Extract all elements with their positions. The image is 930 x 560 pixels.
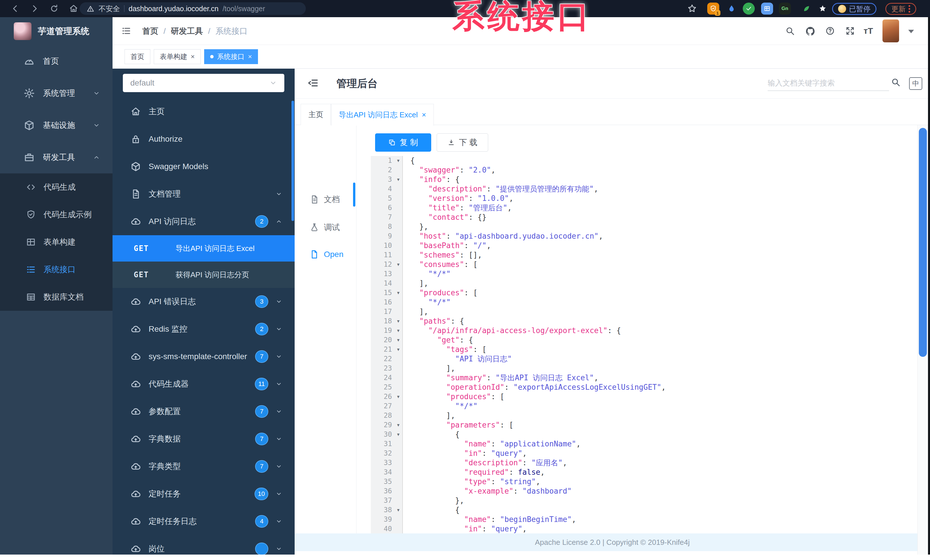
update-browser-button[interactable]: 更新 (885, 3, 916, 15)
code-line: 23▾ ], (371, 364, 918, 373)
code-editor[interactable]: 1▾{2▾ "swagger": "2.0",3▾ "info": {4▾ "d… (371, 156, 918, 533)
tag-系统接口[interactable]: 系统接口× (204, 49, 258, 64)
swagger-item-字典数据[interactable]: 字典数据7 (112, 425, 295, 453)
star-extension-icon[interactable] (817, 3, 828, 15)
font-size-icon[interactable]: ᴛT (864, 26, 873, 36)
swagger-scrollbar-thumb[interactable] (291, 101, 294, 221)
fullscreen-icon[interactable] (845, 26, 855, 36)
browser-menu-icon[interactable] (908, 5, 910, 12)
line-number: 24 (371, 373, 394, 383)
puzzle-extension-icon[interactable] (761, 3, 773, 15)
gutter-cell: 17▾ (371, 307, 403, 316)
paused-extension-button[interactable]: 已暂停 (832, 3, 876, 15)
leaf-extension-icon[interactable] (801, 3, 813, 15)
drop-extension-icon[interactable] (725, 3, 738, 15)
browser-reload-icon[interactable] (49, 4, 59, 14)
github-icon[interactable] (805, 26, 816, 36)
count-badge (255, 543, 268, 555)
doc-nav-调试[interactable]: 调试 (295, 219, 356, 236)
sidebar-item-代码生成示例[interactable]: 代码生成示例 (0, 201, 112, 229)
sidebar-item-数据库文档[interactable]: 数据库文档 (0, 283, 112, 311)
swagger-item-定时任务日志[interactable]: 定时任务日志4 (112, 508, 295, 535)
doc-tab-主页[interactable]: 主页 (301, 104, 331, 125)
swagger-item-参数配置[interactable]: 参数配置7 (112, 398, 295, 425)
language-toggle[interactable]: 中 (909, 77, 922, 90)
browser-forward-icon[interactable] (30, 4, 40, 14)
browser-home-icon[interactable] (69, 4, 79, 14)
browser-back-icon[interactable] (10, 4, 20, 14)
swagger-item-API 访问日志[interactable]: API 访问日志2 (112, 208, 295, 235)
swagger-item-Swagger Models[interactable]: Swagger Models (112, 153, 295, 180)
update-label: 更新 (892, 4, 906, 14)
code-text: "title": "管理后台", (403, 203, 512, 213)
fold-caret-icon[interactable]: ▾ (394, 345, 402, 354)
sidebar-item-系统接口[interactable]: 系统接口 (0, 256, 112, 283)
line-number: 14 (371, 279, 394, 288)
fold-caret-icon[interactable]: ▾ (394, 316, 402, 326)
fold-caret-icon[interactable]: ▾ (394, 392, 402, 402)
menu-fold-icon[interactable] (307, 77, 319, 89)
code-text: "description": "应用名", (403, 458, 567, 468)
doc-nav-文档[interactable]: 文档 (295, 192, 356, 207)
cloud-icon (130, 324, 141, 334)
search-icon[interactable] (891, 77, 901, 87)
swagger-item-主页[interactable]: 主页 (112, 98, 295, 125)
sidebar-item-表单构建[interactable]: 表单构建 (0, 229, 112, 256)
tag-表单构建[interactable]: 表单构建× (154, 49, 201, 64)
swagger-item-文档管理[interactable]: 文档管理 (112, 180, 295, 208)
fold-caret-icon[interactable]: ▾ (394, 430, 402, 439)
help-icon[interactable] (825, 26, 835, 36)
swagger-item-sys-sms-template-controller[interactable]: sys-sms-template-controller7 (112, 343, 295, 370)
close-icon[interactable]: × (191, 53, 195, 60)
download-button[interactable]: 下 载 (437, 133, 488, 152)
doc-tab-导出API 访问日志 Excel[interactable]: 导出API 访问日志 Excel× (331, 104, 434, 126)
doc-search-input[interactable] (768, 75, 889, 91)
swagger-item-Redis 监控[interactable]: Redis 监控2 (112, 315, 295, 343)
sidebar-item-研发工具[interactable]: 研发工具 (0, 141, 112, 173)
code-line: 21▾ "tags": [ (371, 345, 918, 354)
tag-首页[interactable]: 首页 (125, 49, 150, 64)
window-right-edge (928, 17, 930, 560)
user-avatar[interactable] (882, 20, 899, 42)
close-icon[interactable]: × (422, 110, 426, 119)
chevron-down-icon (276, 408, 282, 415)
sidebar-item-代码生成[interactable]: 代码生成 (0, 173, 112, 201)
fold-caret-icon[interactable]: ▾ (394, 505, 402, 515)
gutter-cell: 21▾ (371, 345, 403, 354)
sidebar-item-首页[interactable]: 首页 (0, 45, 112, 77)
close-icon[interactable]: × (248, 53, 252, 60)
fold-caret-icon[interactable]: ▾ (394, 288, 402, 298)
swagger-item-定时任务[interactable]: 定时任务10 (112, 480, 295, 508)
swagger-item-字典类型[interactable]: 字典类型7 (112, 453, 295, 480)
swagger-item-代码生成器[interactable]: 代码生成器11 (112, 370, 295, 398)
fold-caret-icon[interactable]: ▾ (394, 156, 402, 166)
breadcrumb-研发工具[interactable]: 研发工具 (171, 26, 203, 37)
operation-获得API 访问日志分页[interactable]: GET获得API 访问日志分页 (112, 262, 295, 288)
swagger-item-API 错误日志[interactable]: API 错误日志3 (112, 288, 295, 315)
browser-toolbar: 不安全 dashboard.yudao.iocoder.cn /tool/swa… (0, 0, 930, 17)
gn-extension-icon[interactable]: Gn (779, 3, 791, 15)
fold-caret-icon[interactable]: ▾ (394, 420, 402, 430)
swagger-item-岗位[interactable]: 岗位 (112, 535, 295, 555)
operation-导出API 访问日志 Excel[interactable]: GET导出API 访问日志 Excel (112, 235, 295, 262)
check-extension-icon[interactable] (743, 3, 755, 15)
hamburger-icon[interactable] (121, 26, 131, 36)
fold-caret-icon[interactable]: ▾ (394, 175, 402, 184)
api-group-select[interactable]: default (123, 74, 284, 92)
bookmark-star-icon[interactable] (687, 4, 697, 14)
address-bar[interactable]: 不安全 dashboard.yudao.iocoder.cn /tool/swa… (80, 2, 306, 15)
doc-nav-Open[interactable]: Open (295, 246, 356, 262)
swagger-item-Authorize[interactable]: Authorize (112, 125, 295, 153)
page-scrollbar-thumb[interactable] (919, 128, 927, 357)
header-search-icon[interactable] (785, 26, 795, 36)
avatar-caret-icon[interactable] (908, 30, 914, 33)
fold-caret-icon[interactable]: ▾ (394, 326, 402, 335)
breadcrumb-首页[interactable]: 首页 (142, 26, 159, 37)
fold-caret-icon[interactable]: ▾ (394, 260, 402, 269)
shield-extension-icon[interactable]: 1 (707, 3, 719, 15)
sidebar-item-系统管理[interactable]: 系统管理 (0, 77, 112, 109)
copy-button[interactable]: 复 制 (375, 133, 431, 152)
sidebar-item-基础设施[interactable]: 基础设施 (0, 109, 112, 141)
fold-caret-icon[interactable]: ▾ (394, 335, 402, 345)
line-number: 2 (371, 166, 394, 175)
